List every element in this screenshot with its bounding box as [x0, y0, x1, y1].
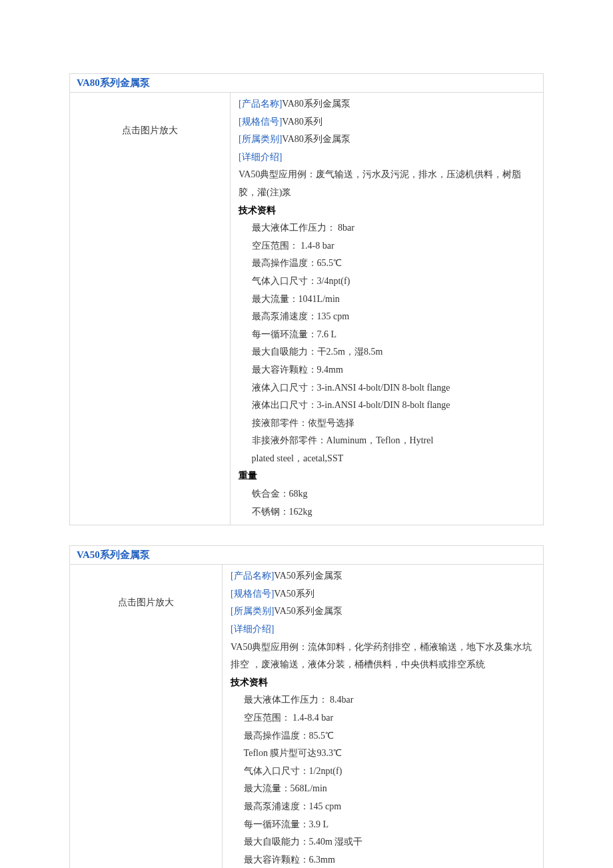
intro-text: VA50典型应用例：流体卸料，化学药剂排空，桶液输送，地下水及集水坑排空 ，废液… — [231, 639, 538, 674]
label-spec: [规格信号] — [231, 589, 274, 599]
value-spec: VA50系列 — [274, 589, 314, 599]
field-detail-label: [详细介绍] — [231, 621, 538, 639]
spec-line: 液体入口尺寸：3-in.ANSI 4-bolt/DIN 8-bolt flang… — [239, 379, 538, 397]
spec-line: Teflon 膜片型可达93.3℃ — [231, 745, 538, 763]
intro-text: VA50典型应用例：废气输送，污水及污泥，排水，压滤机供料，树脂胶，灌(注)浆 — [239, 166, 538, 201]
label-name: [产品名称] — [239, 99, 282, 109]
spec-line: 气体入口尺寸：3/4npt(f) — [239, 273, 538, 291]
value-category: VA50系列金属泵 — [274, 606, 342, 616]
product-title: VA50系列金属泵 — [70, 546, 543, 565]
spec-line: 最大自吸能力：5.40m 湿或干 — [231, 833, 538, 851]
tech-heading: 技术资料 — [239, 202, 538, 220]
product-card: VA80系列金属泵 点击图片放大 [产品名称]VA80系列金属泵 [规格信号]V… — [69, 73, 544, 525]
spec-line: 最高操作温度：65.5℃ — [239, 255, 538, 273]
value-spec: VA80系列 — [282, 117, 322, 127]
spec-line: 液体出口尺寸：3-in.ANSI 4-bolt/DIN 8-bolt flang… — [239, 397, 538, 415]
label-spec: [规格信号] — [239, 117, 282, 127]
weight-line: 铁合金：68kg — [239, 485, 538, 503]
spec-line: 空压范围： 1.4-8 bar — [239, 237, 538, 255]
spec-line: 最高泵浦速度：135 cpm — [239, 308, 538, 326]
image-zoom-hint[interactable]: 点击图片放大 — [70, 565, 223, 868]
field-product-name: [产品名称]VA50系列金属泵 — [231, 567, 538, 585]
spec-line: 每一循环流量：3.9 L — [231, 816, 538, 834]
spec-line: 最大液体工作压力： 8bar — [239, 219, 538, 237]
field-spec: [规格信号]VA50系列 — [231, 585, 538, 603]
image-zoom-hint[interactable]: 点击图片放大 — [70, 93, 231, 525]
product-card: VA50系列金属泵 点击图片放大 [产品名称]VA50系列金属泵 [规格信号]V… — [69, 545, 544, 868]
product-details: [产品名称]VA50系列金属泵 [规格信号]VA50系列 [所属类别]VA50系… — [223, 565, 543, 868]
spec-line: 最高操作温度：85.5℃ — [231, 727, 538, 745]
spec-line: 每一循环流量：7.6 L — [239, 326, 538, 344]
spec-line: plated steel，acetal,SST — [239, 450, 538, 468]
spec-line: 接液部零件：依型号选择 — [239, 415, 538, 433]
field-spec: [规格信号]VA80系列 — [239, 113, 538, 131]
spec-line: 非接液外部零件：Aluminum，Teflon，Hytrel — [239, 432, 538, 450]
value-name: VA80系列金属泵 — [282, 99, 350, 109]
spec-line: 空压范围： 1.4-8.4 bar — [231, 709, 538, 727]
label-detail: [详细介绍] — [231, 624, 274, 634]
spec-line: 气体入口尺寸：1/2npt(f) — [231, 763, 538, 781]
weight-heading: 重量 — [239, 467, 538, 485]
spec-line: 最大容许颗粒：6.3mm — [231, 851, 538, 868]
label-name: [产品名称] — [231, 571, 274, 581]
spec-line: 最大液体工作压力： 8.4bar — [231, 691, 538, 709]
field-category: [所属类别]VA50系列金属泵 — [231, 603, 538, 621]
product-body: 点击图片放大 [产品名称]VA80系列金属泵 [规格信号]VA80系列 [所属类… — [70, 93, 543, 525]
spec-line: 最大流量：568L/min — [231, 780, 538, 798]
spec-line: 最大自吸能力：干2.5m，湿8.5m — [239, 343, 538, 361]
field-category: [所属类别]VA80系列金属泵 — [239, 131, 538, 149]
product-details: [产品名称]VA80系列金属泵 [规格信号]VA80系列 [所属类别]VA80系… — [231, 93, 543, 525]
tech-heading: 技术资料 — [231, 674, 538, 692]
spec-line: 最大流量：1041L/min — [239, 291, 538, 309]
field-detail-label: [详细介绍] — [239, 149, 538, 167]
label-detail: [详细介绍] — [239, 152, 282, 162]
value-category: VA80系列金属泵 — [282, 134, 350, 144]
weight-line: 不锈钢：162kg — [239, 503, 538, 521]
field-product-name: [产品名称]VA80系列金属泵 — [239, 95, 538, 113]
product-body: 点击图片放大 [产品名称]VA50系列金属泵 [规格信号]VA50系列 [所属类… — [70, 565, 543, 868]
spec-line: 最大容许颗粒：9.4mm — [239, 361, 538, 379]
label-category: [所属类别] — [239, 134, 282, 144]
product-title: VA80系列金属泵 — [70, 74, 543, 93]
value-name: VA50系列金属泵 — [274, 571, 342, 581]
spec-line: 最高泵浦速度：145 cpm — [231, 798, 538, 816]
label-category: [所属类别] — [231, 606, 274, 616]
